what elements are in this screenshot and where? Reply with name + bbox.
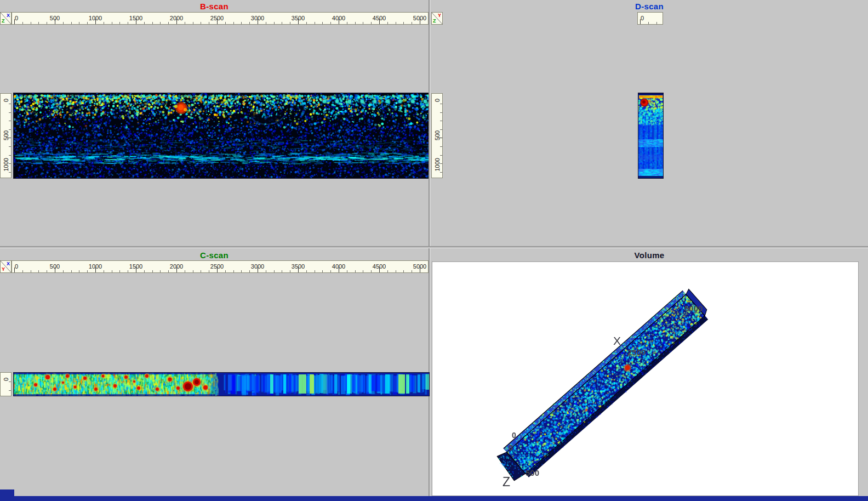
ruler-tick: 1500 <box>129 263 142 270</box>
ruler-tick: 0 <box>434 95 441 106</box>
ruler-tick: 500 <box>3 130 9 141</box>
ruler-tick: 500 <box>50 15 60 21</box>
ruler-tick: 1000 <box>3 161 9 172</box>
dscan-vaxis-letter: Z <box>433 19 436 24</box>
ruler-tick: 4500 <box>373 15 386 21</box>
bscan-v-ruler: 0 500 1000 <box>0 93 12 178</box>
dscan-h-ruler: 0 <box>637 12 663 25</box>
volume-axis-x-label: X <box>613 334 621 348</box>
ruler-tick: 3000 <box>251 263 264 270</box>
dscan-title: D-scan <box>431 2 868 11</box>
cscan-vaxis-letter: Y <box>2 267 5 272</box>
taskbar-strip <box>0 496 868 501</box>
dscan-haxis-letter: Y <box>438 13 441 18</box>
ruler-tick: 2500 <box>210 15 224 21</box>
dscan-image[interactable] <box>638 93 664 179</box>
ruler-tick: 2000 <box>170 15 183 21</box>
bscan-axis-corner: X Z <box>0 12 12 25</box>
ruler-tick: 0 <box>3 374 9 385</box>
ruler-tick: 0 <box>15 263 18 270</box>
ruler-tick: 1500 <box>129 15 142 21</box>
volume-tick-x-mid: 2500 <box>627 348 646 357</box>
volume-axis-z-label: Z <box>502 475 510 489</box>
bscan-image[interactable] <box>13 93 430 179</box>
ruler-tick: 3500 <box>292 15 305 21</box>
ruler-tick: 0 <box>641 15 644 21</box>
volume-tick-z-min: 0 <box>509 443 513 452</box>
ruler-tick: 1000 <box>434 161 441 172</box>
ruler-tick: 0 <box>3 95 9 106</box>
cscan-haxis-letter: X <box>7 261 10 266</box>
cscan-image[interactable] <box>13 372 430 396</box>
bscan-title: B-scan <box>0 2 429 11</box>
ruler-tick: 2000 <box>170 263 183 270</box>
bscan-haxis-letter: X <box>7 13 10 18</box>
ruler-tick: 3000 <box>251 15 264 21</box>
ruler-tick: 5000 <box>413 15 426 21</box>
volume-tick-z-mid: 500 <box>526 468 539 477</box>
bscan-panel: B-scan X Z 0 500 1000 1500 2000 2500 300… <box>0 0 429 247</box>
ruler-tick: 0 <box>15 15 18 21</box>
ruler-tick: 500 <box>434 130 441 141</box>
ruler-tick: 5000 <box>413 263 426 270</box>
ruler-tick: 4000 <box>332 15 345 21</box>
volume-tick-x-max: 5000 <box>684 304 703 313</box>
dscan-axis-corner: Y Z <box>431 12 443 25</box>
ruler-tick: 2500 <box>210 263 224 270</box>
cscan-v-ruler: 0 <box>0 372 12 396</box>
bscan-vaxis-letter: Z <box>2 19 5 24</box>
bscan-h-ruler: 0 500 1000 1500 2000 2500 3000 3500 4000… <box>12 12 429 25</box>
ruler-tick: 500 <box>50 263 60 270</box>
volume-title: Volume <box>431 251 868 260</box>
cscan-title: C-scan <box>0 251 429 260</box>
cscan-h-ruler: 0 500 1000 1500 2000 2500 3000 3500 4000… <box>12 260 429 273</box>
dscan-v-ruler: 0 500 1000 <box>431 93 443 178</box>
ruler-tick: 4000 <box>332 263 345 270</box>
volume-render[interactable] <box>432 262 858 496</box>
ruler-tick: 4500 <box>373 263 386 270</box>
ruler-tick: 3500 <box>292 263 305 270</box>
ruler-tick: 1000 <box>89 263 102 270</box>
volume-view[interactable]: 5000 X 2500 0 0 500 Z <box>432 261 859 496</box>
cscan-axis-corner: X Y <box>0 260 12 273</box>
volume-tick-x-min: 0 <box>512 431 516 440</box>
ruler-tick: 1000 <box>89 15 102 21</box>
